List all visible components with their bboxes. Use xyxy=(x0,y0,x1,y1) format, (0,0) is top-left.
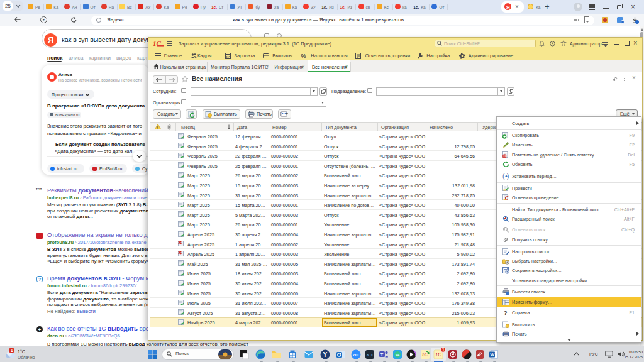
svg-text:Y: Y xyxy=(323,351,328,358)
svg-text:): ) xyxy=(507,173,509,180)
svg-text:1С: 1С xyxy=(422,352,428,358)
svg-text:zm: zm xyxy=(353,353,358,357)
svg-text:24: 24 xyxy=(396,353,400,357)
svg-text:(: ( xyxy=(502,173,505,180)
svg-text:1С: 1С xyxy=(435,352,441,358)
svg-text:W: W xyxy=(491,353,495,357)
svg-text:3CX: 3CX xyxy=(367,353,374,357)
svg-text:T: T xyxy=(380,353,384,357)
